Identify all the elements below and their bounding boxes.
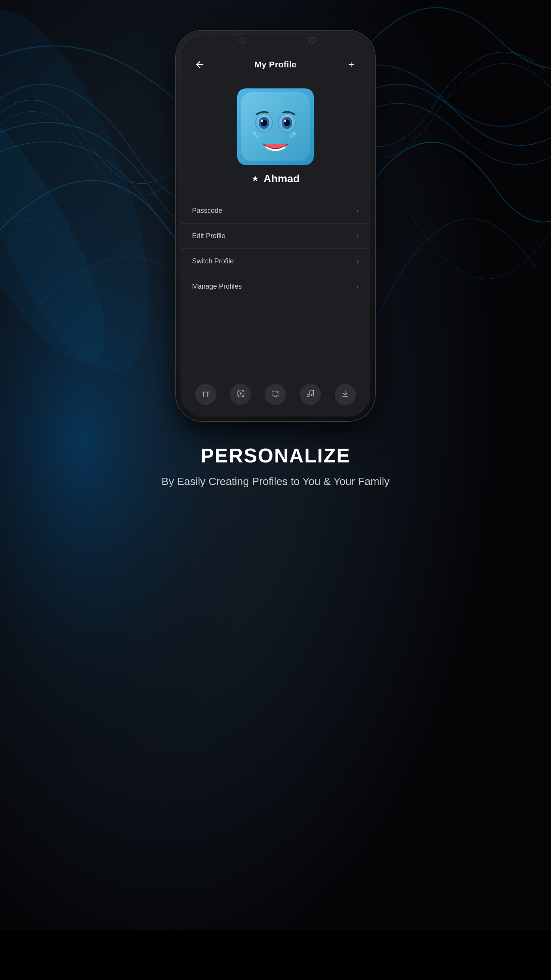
chevron-right-icon: › bbox=[357, 257, 359, 265]
svg-point-13 bbox=[284, 120, 286, 122]
star-icon: ★ bbox=[251, 174, 259, 184]
profile-name: Ahmad bbox=[264, 173, 300, 185]
menu-item-switch-profile[interactable]: Switch Profile › bbox=[181, 249, 370, 274]
menu-label-manage-profiles: Manage Profiles bbox=[192, 283, 242, 291]
phone-device: My Profile + bbox=[176, 31, 375, 421]
add-button[interactable]: + bbox=[343, 56, 360, 73]
text-nav-button[interactable]: TT bbox=[195, 384, 216, 405]
chevron-right-icon: › bbox=[357, 232, 359, 240]
menu-label-passcode: Passcode bbox=[192, 207, 222, 215]
svg-point-17 bbox=[290, 135, 293, 138]
svg-rect-24 bbox=[272, 391, 279, 396]
tv-icon bbox=[271, 389, 280, 400]
page-title: My Profile bbox=[254, 60, 297, 70]
svg-point-22 bbox=[238, 395, 239, 397]
svg-point-20 bbox=[238, 390, 239, 392]
movies-nav-button[interactable] bbox=[230, 384, 251, 405]
back-button[interactable] bbox=[191, 56, 208, 73]
chevron-right-icon: › bbox=[357, 207, 359, 215]
text-icon: TT bbox=[202, 390, 210, 399]
menu-item-edit-profile[interactable]: Edit Profile › bbox=[181, 224, 370, 249]
app-screen: My Profile + bbox=[181, 35, 370, 416]
svg-point-14 bbox=[253, 132, 256, 136]
personalize-title: PERSONALIZE bbox=[161, 444, 390, 467]
svg-point-23 bbox=[242, 395, 244, 397]
download-icon bbox=[341, 389, 349, 400]
profile-name-row: ★ Ahmad bbox=[251, 173, 300, 185]
phone-shell: My Profile + bbox=[176, 31, 375, 421]
svg-point-27 bbox=[311, 394, 314, 396]
camera-left bbox=[239, 37, 246, 44]
chevron-right-icon: › bbox=[357, 283, 359, 291]
profile-section: ★ Ahmad bbox=[181, 81, 370, 194]
menu-label-edit-profile: Edit Profile bbox=[192, 232, 225, 240]
svg-point-9 bbox=[261, 120, 263, 122]
menu-list: Passcode › Edit Profile › Switch Profile… bbox=[181, 194, 370, 377]
menu-label-switch-profile: Switch Profile bbox=[192, 257, 234, 265]
camera-right bbox=[309, 37, 316, 44]
bottom-nav: TT bbox=[181, 377, 370, 416]
svg-point-15 bbox=[256, 135, 259, 138]
avatar bbox=[237, 88, 314, 165]
footer-section: PERSONALIZE By Easily Creating Profiles … bbox=[123, 444, 428, 489]
menu-item-passcode[interactable]: Passcode › bbox=[181, 198, 370, 224]
tv-nav-button[interactable] bbox=[265, 384, 286, 405]
music-nav-button[interactable] bbox=[300, 384, 321, 405]
svg-point-21 bbox=[242, 390, 244, 392]
svg-point-16 bbox=[292, 132, 296, 136]
menu-item-manage-profiles[interactable]: Manage Profiles › bbox=[181, 274, 370, 299]
personalize-subtitle: By Easily Creating Profiles to You & You… bbox=[161, 474, 390, 489]
phone-speaker bbox=[260, 39, 291, 42]
download-nav-button[interactable] bbox=[335, 384, 356, 405]
svg-point-19 bbox=[240, 392, 242, 395]
black-bottom-bar bbox=[0, 930, 551, 980]
music-icon bbox=[306, 389, 315, 400]
phone-screen: My Profile + bbox=[181, 35, 370, 416]
svg-point-26 bbox=[307, 395, 310, 397]
film-icon bbox=[236, 389, 245, 400]
svg-point-25 bbox=[277, 392, 278, 393]
